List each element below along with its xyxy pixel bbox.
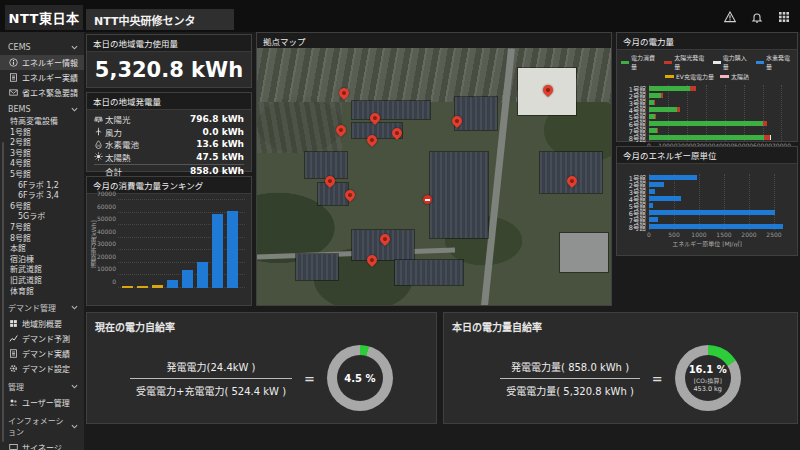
sidebar-building-item[interactable]: 宿泊棟 <box>0 255 84 266</box>
map-residential-area <box>257 102 342 153</box>
current-ratio-numerator: 発電電力(24.4kW ) <box>130 359 292 378</box>
sidebar-building-item[interactable]: 6号館 <box>0 202 84 213</box>
sidebar-building-item[interactable]: 6Fラボ 3,4 <box>0 191 84 202</box>
hbar-segment <box>649 128 657 133</box>
generation-source-value: 13.6 kWh <box>196 139 244 149</box>
hbar-x-tick: 0 <box>647 231 651 238</box>
sidebar-item[interactable]: 省エネ緊急要請 <box>0 85 84 100</box>
grid-icon <box>9 319 18 328</box>
sidebar-item[interactable]: サイネージ <box>0 440 84 450</box>
sidebar-section-2[interactable]: デマンド管理 <box>0 297 84 316</box>
sidebar-building-item[interactable]: 1号館 <box>0 128 84 139</box>
sidebar-building-item[interactable]: 6Fラボ 1,2 <box>0 181 84 192</box>
ranking-bar <box>122 286 133 288</box>
sidebar-section-4[interactable]: インフォメーション <box>0 410 84 440</box>
ranking-y-tick: 40000 <box>97 227 116 234</box>
warning-icon[interactable] <box>724 11 736 23</box>
co2-conversion-value: 453.0 kg <box>693 385 722 393</box>
legend-label: EV充電電力量 <box>676 72 714 81</box>
sidebar-building-item[interactable]: 4号館 <box>0 159 84 170</box>
legend-label: 電力消費量 <box>631 53 658 71</box>
hbar-segment <box>649 217 658 222</box>
sidebar-section-0[interactable]: CEMS <box>0 38 84 55</box>
sidebar-building-item[interactable]: 特高変電設備 <box>0 117 84 128</box>
ranking-bar <box>212 214 223 288</box>
hbar-segment <box>763 121 768 126</box>
sidebar-section-label: 管理 <box>8 381 24 392</box>
sidebar-item[interactable]: エネルギー実績 <box>0 70 84 85</box>
hbar-segment <box>661 93 664 98</box>
sidebar-item-label: デマンド設定 <box>22 363 70 374</box>
sidebar-building-item[interactable]: 8号館 <box>0 234 84 245</box>
legend-color-chip <box>720 75 729 78</box>
sidebar-building-item[interactable]: 体育館 <box>0 287 84 298</box>
hbar-segment <box>649 189 655 194</box>
sidebar-building-item[interactable]: 2号館 <box>0 138 84 149</box>
hbar-track <box>649 128 789 133</box>
ranking-bar <box>182 270 193 288</box>
hbar-track <box>649 86 789 91</box>
hbar-x-tick: 500 <box>668 231 679 238</box>
hbar-track <box>649 203 789 208</box>
current-ratio-panel: 現在の電力自給率 発電電力(24.4kW ) 受電電力+充電電力( 524.4 … <box>86 312 437 424</box>
mail-icon <box>9 88 18 97</box>
site-map[interactable] <box>257 48 611 305</box>
legend-color-chip <box>621 61 629 64</box>
hbar-track <box>649 107 789 112</box>
power-legend: 電力消費量太陽光発電量電力購入量水素発電量EV充電電力量太陽熱 <box>617 50 797 83</box>
solar-icon <box>94 115 105 124</box>
apps-icon[interactable] <box>778 11 790 23</box>
usage-panel: 本日の地域電力使用量 5,320.8 kWh <box>86 34 252 88</box>
co2-conversion-label: [CO₂換算] <box>694 376 722 385</box>
chev-icon <box>71 45 78 50</box>
sidebar-building-item[interactable]: 旧武道館 <box>0 276 84 287</box>
legend-item: 太陽熱 <box>720 72 749 81</box>
hbar-segment <box>690 86 695 91</box>
equals-sign: = <box>304 371 315 386</box>
hbar-row-label: 8号館 <box>621 222 649 232</box>
hbar-x-tick: 1000 <box>691 231 706 238</box>
map-building <box>352 101 430 119</box>
ranking-y-ticks: 010000200003000040000500006000070000 <box>98 200 118 288</box>
sidebar-building-item[interactable]: 3号館 <box>0 149 84 160</box>
sidebar-item[interactable]: 地域別概要 <box>0 316 84 331</box>
sidebar-item[interactable]: エネルギー情報 <box>0 55 84 70</box>
report-icon <box>9 73 18 82</box>
sidebar-item[interactable]: ユーザー管理 <box>0 395 84 410</box>
map-building <box>395 260 463 285</box>
generation-row: 太陽熱47.5 kWh <box>94 151 244 164</box>
sidebar-building-item[interactable]: 5Gラボ <box>0 212 84 223</box>
sidebar-building-item[interactable]: 5号館 <box>0 170 84 181</box>
hbar-segment <box>770 135 771 140</box>
generation-row: 太陽光796.8 kWh <box>94 113 244 126</box>
sidebar-section-1[interactable]: BEMS <box>0 100 84 117</box>
chev-icon <box>71 424 78 429</box>
ranking-chart <box>118 200 245 288</box>
map-building <box>296 254 338 279</box>
hbar-track <box>649 135 789 140</box>
generation-total-row: 合計858.0 kWh <box>94 164 244 177</box>
wind-icon <box>94 127 105 136</box>
legend-item: 電力消費量 <box>621 53 658 71</box>
sidebar-item[interactable]: デマンド設定 <box>0 361 84 376</box>
legend-color-chip <box>756 61 764 64</box>
sidebar-building-item[interactable]: 本館 <box>0 244 84 255</box>
hbar-track <box>649 121 789 126</box>
today-ratio-donut: 16.1 % [CO₂換算] 453.0 kg <box>675 345 741 411</box>
sidebar-item[interactable]: デマンド予測 <box>0 331 84 346</box>
sidebar-item-label: エネルギー実績 <box>22 72 78 83</box>
generation-source-value: 47.5 kWh <box>196 152 244 162</box>
chart-icon <box>9 334 18 343</box>
hbar-segment <box>649 86 690 91</box>
sidebar-scrollbar[interactable] <box>2 142 4 442</box>
hbar-track <box>649 100 789 105</box>
bell-icon[interactable] <box>751 11 763 23</box>
sidebar-building-item[interactable]: 新武道館 <box>0 265 84 276</box>
hbar-track <box>649 217 789 222</box>
site-title: NTT中央研修センタ <box>86 9 234 30</box>
hydrogen-icon: H <box>94 140 105 149</box>
map-building <box>430 152 488 238</box>
sidebar-building-item[interactable]: 7号館 <box>0 223 84 234</box>
sidebar-item[interactable]: デマンド実績 <box>0 346 84 361</box>
sidebar-section-3[interactable]: 管理 <box>0 376 84 395</box>
